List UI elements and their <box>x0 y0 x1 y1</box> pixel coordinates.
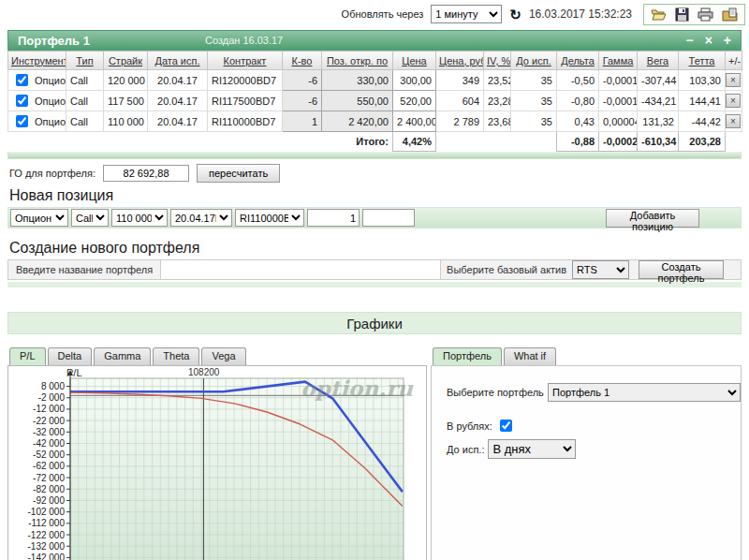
col-vega[interactable]: Вега <box>638 52 679 70</box>
qty-cell: -6 <box>283 70 322 91</box>
days-mode-select[interactable]: В днях <box>488 439 576 459</box>
portfolio-name-input[interactable] <box>160 260 441 279</box>
svg-text:8 000: 8 000 <box>41 381 65 391</box>
open-price-cell: 2 420,00 <box>322 111 393 132</box>
delete-position-button[interactable]: × <box>726 114 741 128</box>
instrument-label: Опцион <box>35 116 66 127</box>
rubles-label: В рублях: <box>447 420 492 432</box>
delete-position-button[interactable]: × <box>726 94 741 108</box>
portfolio-title: Портфель 1 <box>8 34 90 48</box>
position-row: Опцион Call 110 000 20.04.17 RI110000BD7… <box>8 111 742 132</box>
new-contract-select[interactable]: RI110000BD <box>235 209 304 227</box>
tab-delta[interactable]: Delta <box>48 347 93 365</box>
tab-portfolio[interactable]: Портфель <box>433 347 502 365</box>
margin-label: ГО для портфеля: <box>9 168 95 179</box>
qty-cell: -6 <box>283 91 322 111</box>
position-row: Опцион Call 120 000 20.04.17 RI120000BD7… <box>8 70 742 91</box>
col-price-rub[interactable]: Цена, руб. <box>436 52 484 70</box>
totals-theta: 203,28 <box>679 132 726 152</box>
refresh-interval-select[interactable]: 1 минуту <box>431 5 502 23</box>
export-icon[interactable] <box>722 7 738 22</box>
print-icon[interactable] <box>698 7 713 22</box>
col-exp-date[interactable]: Дата исп. <box>148 52 208 70</box>
totals-gamma: -0,000233 <box>599 132 638 152</box>
svg-text:-112 000: -112 000 <box>28 518 65 528</box>
open-price-cell: 330,00 <box>322 70 393 91</box>
col-iv[interactable]: IV, % <box>484 52 511 70</box>
price-input-cell[interactable]: 300,00 <box>393 70 436 91</box>
chart-tabs: P/L Delta Gamma Theta Vega <box>9 347 427 365</box>
totals-delta: -0,88 <box>557 132 599 152</box>
open-file-icon[interactable] <box>651 7 667 22</box>
col-days[interactable]: До исп. <box>511 52 557 70</box>
select-portfolio-label: Выберите портфель <box>447 387 548 398</box>
row-enabled-checkbox[interactable] <box>16 95 28 107</box>
graphs-section-header: Графики <box>7 312 742 334</box>
base-asset-select[interactable]: RTS <box>572 260 629 279</box>
svg-text:-132 000: -132 000 <box>28 541 66 552</box>
days-label: До исп.: <box>447 444 484 455</box>
col-type[interactable]: Тип <box>66 52 104 70</box>
col-open-price[interactable]: Поз. откр. по <box>322 52 393 70</box>
timestamp: 16.03.2017 15:32:23 <box>529 7 636 21</box>
file-icon-tray <box>643 4 745 25</box>
add-position-button[interactable]: Добавить позицию <box>606 209 699 228</box>
price-input-cell[interactable]: 2 400,00 <box>393 111 436 132</box>
col-theta[interactable]: Тетта <box>679 52 726 70</box>
create-portfolio-button[interactable]: Создать портфель <box>639 260 724 279</box>
graphs-title: Графики <box>346 316 403 332</box>
col-qty[interactable]: К-во <box>283 52 322 70</box>
new-strike-select[interactable]: 110 000 <box>111 209 168 227</box>
row-enabled-checkbox[interactable] <box>16 115 28 127</box>
recalculate-button[interactable]: пересчитать <box>197 164 280 183</box>
price-input-cell[interactable]: 520,00 <box>393 91 436 111</box>
table-footer-strip <box>7 152 742 159</box>
tab-vega[interactable]: Vega <box>201 347 245 365</box>
portfolio-select[interactable]: Портфель 1 <box>548 383 741 402</box>
col-price[interactable]: Цена <box>393 52 436 70</box>
refresh-icon[interactable]: ↻ <box>509 7 521 22</box>
portfolio-created-label: Создан 16.03.17 <box>205 35 283 46</box>
svg-text:-122 000: -122 000 <box>28 530 66 540</box>
col-strike[interactable]: Страйк <box>104 52 148 70</box>
tab-gamma[interactable]: Gamma <box>94 347 151 365</box>
new-qty-input[interactable] <box>307 209 360 227</box>
svg-text:-32 000: -32 000 <box>33 427 65 437</box>
col-gamma[interactable]: Гамма <box>599 52 638 70</box>
margin-value-input[interactable] <box>103 165 189 182</box>
tab-pl[interactable]: P/L <box>9 347 46 365</box>
minimize-icon[interactable]: − <box>685 34 693 47</box>
tab-what-if[interactable]: What if <box>504 347 556 365</box>
new-position-heading: Новая позиция <box>9 187 742 204</box>
section-divider-strip <box>7 282 742 287</box>
settings-column: Портфель What if Выберите портфель Портф… <box>431 347 742 560</box>
new-instrument-select[interactable]: Опцион <box>10 209 68 227</box>
price-marker-label: 108200 <box>188 367 219 377</box>
new-price-input[interactable] <box>362 209 415 227</box>
col-contract[interactable]: Контракт <box>208 52 283 70</box>
save-icon[interactable] <box>675 7 689 22</box>
new-type-select[interactable]: Call <box>71 209 109 227</box>
rubles-checkbox[interactable] <box>500 420 512 432</box>
delete-position-button[interactable]: × <box>726 73 741 87</box>
col-instrument[interactable]: Инструмент <box>8 52 66 70</box>
new-position-row: Опцион Call 110 000 20.04.17М RI110000BD… <box>7 207 742 228</box>
tab-theta[interactable]: Theta <box>153 347 199 365</box>
col-actions: +/- <box>726 52 742 70</box>
settings-tabs: Портфель What if <box>433 347 742 365</box>
close-icon[interactable]: × <box>705 34 712 47</box>
refresh-interval-label: Обновлять через <box>342 8 424 20</box>
svg-text:-2 000: -2 000 <box>38 392 66 403</box>
svg-text:-102 000: -102 000 <box>28 507 66 517</box>
totals-label: Итого: <box>322 132 393 152</box>
instrument-label: Опцион <box>35 96 66 107</box>
totals-row: Итого: 4,42% -0,88 -0,000233 -610,34 203… <box>8 132 742 152</box>
portfolio-settings-panel: Выберите портфель Портфель 1 В рублях: Д… <box>431 365 742 560</box>
base-asset-label: Выберите базовый актив <box>441 264 572 275</box>
col-delta[interactable]: Дельта <box>557 52 599 70</box>
totals-vega: -610,34 <box>638 132 679 152</box>
svg-text:-12 000: -12 000 <box>33 404 65 414</box>
row-enabled-checkbox[interactable] <box>16 74 28 86</box>
new-date-select[interactable]: 20.04.17М <box>170 209 232 227</box>
add-icon[interactable]: + <box>724 34 731 47</box>
